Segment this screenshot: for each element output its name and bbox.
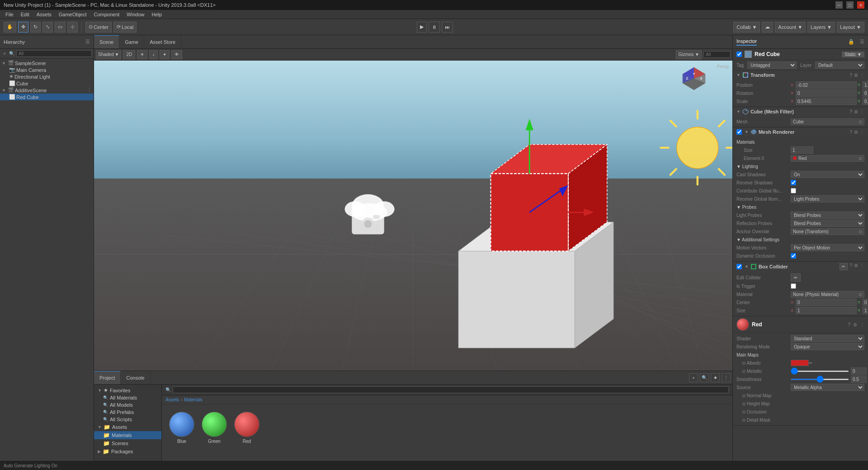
scale-x-input[interactable] <box>796 98 857 105</box>
folder-all-models[interactable]: 🔍 All Models <box>94 401 161 409</box>
metallic-value-input[interactable] <box>851 367 867 375</box>
smoothness-slider[interactable] <box>791 379 849 380</box>
proj-search-button[interactable]: 🔍 <box>700 373 709 382</box>
rot-x-input[interactable] <box>796 89 857 97</box>
meshrenderer-active-cb[interactable] <box>736 129 742 135</box>
receive-gi-select[interactable]: Light Probes <box>791 195 864 202</box>
center-y-input[interactable] <box>863 299 868 306</box>
static-dropdown[interactable]: Static ▼ <box>842 52 864 57</box>
source-select[interactable]: Metallic Alpha <box>791 384 864 391</box>
red-material-name-input[interactable] <box>752 321 845 328</box>
lighting-button[interactable]: ☀ <box>137 50 147 59</box>
contribute-gi-cb[interactable] <box>791 188 796 193</box>
menu-help[interactable]: Help <box>148 10 165 19</box>
inspector-menu-icon[interactable]: ☰ <box>860 39 864 45</box>
transform-settings-btn[interactable]: ⚙ <box>854 73 858 78</box>
folder-packages[interactable]: ▶ 📁 Packages <box>94 447 161 456</box>
transform-header[interactable]: ▼ Transform ? ⚙ ⋮ <box>733 70 868 80</box>
orientation-gizmo[interactable]: Y X Z <box>680 65 708 93</box>
meshfilter-settings-btn[interactable]: ⚙ <box>854 109 858 114</box>
smoothness-value-input[interactable] <box>851 376 867 383</box>
pause-button[interactable]: ⏸ <box>429 22 440 33</box>
search-all-input[interactable] <box>703 51 731 58</box>
object-name-input[interactable] <box>755 51 839 57</box>
tool-transform[interactable]: ⊹ <box>67 22 78 33</box>
hierarchy-menu-icon[interactable]: ☰ <box>85 39 90 45</box>
red-mat-more-btn[interactable]: ⋮ <box>860 322 864 327</box>
meshrenderer-settings-btn[interactable]: ⚙ <box>854 130 858 135</box>
mesh-filter-header[interactable]: ▼ Cube (Mesh Filter) ? ⚙ ⋮ <box>733 107 868 116</box>
additive-scene-menu[interactable]: ⋮ <box>87 87 92 93</box>
metallic-slider[interactable] <box>791 371 849 372</box>
boxcollider-active-cb[interactable] <box>736 264 742 269</box>
size-input[interactable] <box>791 146 813 154</box>
size-y-input[interactable] <box>863 307 868 314</box>
tool-rotate[interactable]: ↻ <box>30 22 41 33</box>
object-active-checkbox[interactable] <box>736 52 742 57</box>
shader-select[interactable]: Standard <box>791 335 864 342</box>
anchor-override-ref[interactable]: None (Transform) ⊙ <box>791 228 864 235</box>
tab-asset-store[interactable]: Asset Store <box>144 35 181 48</box>
folder-scenes[interactable]: 📁 Scenes <box>94 439 161 447</box>
light-probes-select[interactable]: Blend Probes <box>791 212 864 219</box>
play-button[interactable]: ▶ <box>417 22 427 33</box>
dynamic-occlusion-cb[interactable] <box>791 253 796 258</box>
folder-materials[interactable]: 📁 Materials <box>94 431 161 439</box>
folder-assets[interactable]: ▼ 📁 Assets <box>94 423 161 431</box>
tool-scale[interactable]: ⤡ <box>42 22 53 33</box>
material-blue[interactable]: Blue <box>169 412 194 444</box>
meshrenderer-info-btn[interactable]: ? <box>849 130 852 135</box>
layer-dropdown[interactable]: Default <box>815 61 864 69</box>
tab-project[interactable]: Project <box>94 371 121 384</box>
hierarchy-search-input[interactable] <box>16 50 92 57</box>
motion-vectors-select[interactable]: Per Object Motion <box>791 244 864 251</box>
collab-button[interactable]: Collab ▼ <box>733 22 760 33</box>
viewport-3d[interactable]: Y X Z Persp <box>94 61 732 371</box>
mesh-ref[interactable]: Cube ⊙ <box>791 118 864 125</box>
hierarchy-item-maincamera[interactable]: 📷 Main Camera <box>0 66 94 73</box>
folder-all-prefabs[interactable]: 🔍 All Prefabs <box>94 409 161 416</box>
folder-all-materials[interactable]: 🔍 All Materials <box>94 394 161 401</box>
box-collider-header[interactable]: ▼ Box Collider ✏ ? ⚙ ⋮ <box>733 262 868 272</box>
audio-button[interactable]: ♪ <box>149 50 158 59</box>
scale-y-input[interactable] <box>863 98 868 105</box>
boxcollider-info-btn[interactable]: ? <box>849 263 852 270</box>
account-button[interactable]: Account ▼ <box>775 22 806 33</box>
proj-add-button[interactable]: ＋ <box>689 373 698 382</box>
menu-file[interactable]: File <box>2 10 17 19</box>
element0-select-btn[interactable]: ⊙ <box>859 156 862 161</box>
rot-y-input[interactable] <box>863 89 868 97</box>
hierarchy-item-cube[interactable]: ⬜ Cube <box>0 80 94 87</box>
hierarchy-item-additivescene[interactable]: ▼ 🎬 AdditiveScene ⋮ <box>0 87 94 94</box>
proj-settings-button[interactable]: ⋮ <box>722 373 731 382</box>
receive-shadows-cb[interactable] <box>791 180 796 185</box>
tag-dropdown[interactable]: Untagged <box>747 61 797 69</box>
pivot-center-button[interactable]: ⊙ Center <box>85 22 112 33</box>
add-icon[interactable]: ＋ <box>2 50 7 57</box>
size-x-input[interactable] <box>796 307 857 314</box>
cloud-button[interactable]: ☁ <box>762 22 773 33</box>
boxcollider-settings-btn[interactable]: ⚙ <box>854 263 858 270</box>
boxcollider-more-btn[interactable]: ⋮ <box>860 263 864 270</box>
layout-button[interactable]: Layout ▼ <box>837 22 864 33</box>
albedo-edit-icon[interactable]: ✏ <box>809 361 812 366</box>
tab-inspector[interactable]: Inspector <box>736 38 757 46</box>
element0-ref[interactable]: Red ⊙ <box>791 155 864 162</box>
menu-edit[interactable]: Edit <box>17 10 33 19</box>
pivot-local-button[interactable]: ⟳ Local <box>113 22 137 33</box>
effects-button[interactable]: ✦ <box>160 50 170 59</box>
material-ref[interactable]: None (Physic Material) ⊙ <box>791 291 864 298</box>
folder-favorites[interactable]: ▼ ★ Favorites <box>94 386 161 394</box>
tool-hand[interactable]: ✋ <box>4 22 16 33</box>
breadcrumb-materials[interactable]: Materials <box>184 397 203 402</box>
transform-more-btn[interactable]: ⋮ <box>860 73 864 78</box>
transform-info-btn[interactable]: ? <box>849 73 852 78</box>
rendering-mode-select[interactable]: Opaque <box>791 343 864 350</box>
hide-button[interactable]: 👁 <box>171 50 182 59</box>
step-button[interactable]: ⏭ <box>442 22 453 33</box>
cast-shadows-select[interactable]: OnOffTwo Sided <box>791 171 864 178</box>
material-red[interactable]: Red <box>234 412 259 444</box>
minimize-button[interactable]: ─ <box>835 1 843 9</box>
meshrenderer-more-btn[interactable]: ⋮ <box>860 130 864 135</box>
close-button[interactable]: ✕ <box>857 1 864 9</box>
